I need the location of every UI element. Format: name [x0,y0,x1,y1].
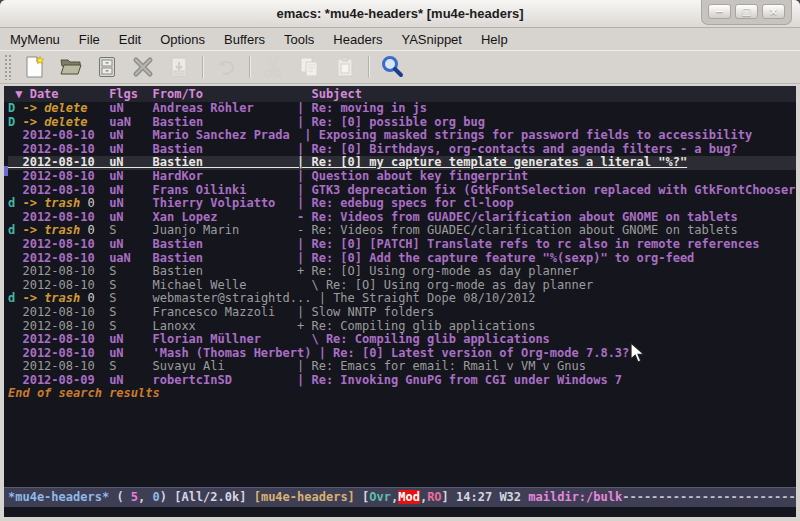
text-segment [88,102,110,115]
message-row[interactable]: d -> trash 0 uN Thierry Volpiatto | Re: … [8,197,796,211]
message-row[interactable]: 2012-08-10 S Suvayu Ali | Re: Emacs for … [8,360,796,374]
text-segment: RO [427,490,441,504]
new-file-icon [23,55,47,79]
end-of-search-results: End of search results [4,387,796,401]
menu-item-tools[interactable]: Tools [284,32,314,47]
text-segment: 2012-08-10 uN HardKor | Question about k… [8,169,528,183]
message-row[interactable]: D -> delete uaN Bastien | Re: [0] possib… [8,116,796,130]
text-segment: -> [22,291,44,305]
text-segment: trash [44,223,80,237]
text-segment: trash [44,291,80,305]
text-segment [88,115,110,129]
message-row[interactable]: d -> trash 0 S webmaster@straightd... | … [8,292,796,306]
text-segment: ----------------------------------------… [622,490,796,504]
close-button[interactable]: × [762,4,785,19]
emacs-window: emacs: *mu4e-headers* [mu4e-headers] − □… [0,0,800,521]
text-segment: 2012-08-10 S Bastien + Re: [O] Using org… [8,264,579,278]
text-segment: uN Andreas Röhler | Re: moving in js [109,102,427,115]
menu-item-yasnippet[interactable]: YASnippet [401,32,461,47]
cut-scissors-icon [261,55,285,79]
message-row[interactable]: 2012-08-10 uN Florian Müllner \ Re: Comp… [8,333,796,347]
close-buffer-button[interactable] [125,52,161,82]
open-folder-button[interactable] [53,52,89,82]
message-row[interactable]: 2012-08-10 uN Xan Lopez - Re: Videos fro… [8,211,796,225]
text-segment: uN Thierry Volpiatto | Re: edebug specs … [109,196,514,210]
text-segment: Mod [398,490,420,504]
message-row[interactable]: 2012-08-10 S Michael Welle \ Re: [O] Usi… [8,279,796,293]
text-segment: maildir:/bulk [528,490,622,504]
message-row[interactable]: 2012-08-10 uN 'Mash (Thomas Herbert) | R… [8,347,796,361]
text-segment: 2012-08-10 S Suvayu Ali | Re: Emacs for … [8,359,586,373]
text-segment: 2012-08-09 uN robertcInSD | Re: Invoking… [8,373,622,387]
text-segment: delete [44,102,87,115]
menu-item-mymenu[interactable]: MyMenu [10,32,60,47]
text-segment: d [8,291,22,305]
text-segment: -> [22,223,44,237]
text-segment: 0 [80,223,109,237]
message-row[interactable]: 2012-08-10 S Bastien + Re: [O] Using org… [8,265,796,279]
menu-item-file[interactable]: File [79,32,100,47]
message-row[interactable]: 2012-08-10 uN Bastien | Re: [0] [PATCH] … [8,238,796,252]
text-segment: 2012-08-10 S Michael Welle \ Re: [O] Usi… [8,278,593,292]
text-segment: 2012-08-10 S Francesco Mazzoli | Slow NN… [8,305,434,319]
text-segment: -> [22,115,44,129]
text-segment: 2012-08-10 uN 'Mash (Thomas Herbert) | R… [8,346,629,360]
text-segment: D [8,115,22,129]
text-segment: 2012-08-10 uN Bastien | Re: [0] my captu… [8,155,687,169]
toolbar-separator [202,56,203,78]
paste-button-disabled [327,52,363,82]
text-segment: [mu4e-headers] [254,490,355,504]
message-row[interactable]: 2012-08-10 uN HardKor | Question about k… [8,170,796,184]
message-list: D -> delete uN Andreas Röhler | Re: movi… [4,102,796,387]
save-archive-button[interactable] [89,52,125,82]
paste-clipboard-icon [333,55,357,79]
message-row[interactable]: d -> trash 0 S Juanjo Marin - Re: Videos… [8,224,796,238]
save-as-icon [167,55,191,79]
new-file-button[interactable] [17,52,53,82]
text-segment: 2012-08-10 uN Bastien | Re: [0] [PATCH] … [8,237,759,251]
save-archive-icon [95,55,119,79]
mu4e-headers-buffer[interactable]: ▼ Date Flgs From/To Subject D -> delete … [4,86,796,517]
text-segment: -> [22,102,44,115]
menu-item-buffers[interactable]: Buffers [224,32,265,47]
message-row[interactable]: 2012-08-10 S Lanoxx + Re: Compiling glib… [8,320,796,334]
text-segment: 2012-08-10 S Lanoxx + Re: Compiling glib… [8,319,535,333]
message-row[interactable]: 2012-08-10 uN Bastien | Re: [0] Birthday… [8,143,796,157]
text-segment: [ [355,490,369,504]
text-segment: d [8,223,22,237]
fringe-marker [4,166,8,176]
text-segment: Ovr [369,490,391,504]
message-row-current[interactable]: 2012-08-10 uN Bastien | Re: [0] my captu… [8,156,796,170]
message-row[interactable]: 2012-08-10 uN Frans Oilinki | GTK3 depre… [8,184,796,198]
maximize-button[interactable]: □ [735,4,758,19]
text-segment: ( [109,490,131,504]
search-button[interactable] [374,52,410,82]
message-row[interactable]: 2012-08-10 uN Mario Sanchez Prada | Expo… [8,129,796,143]
toolbar-drag-handle[interactable] [4,54,13,80]
text-segment: trash [44,196,80,210]
mode-line[interactable]: *mu4e-headers* ( 5, 0) [All/2.0k] [mu4e-… [4,487,796,507]
menu-item-headers[interactable]: Headers [333,32,382,47]
close-x-icon [131,55,155,79]
message-row[interactable]: 2012-08-10 uaN Bastien | Re: [0] Add the… [8,252,796,266]
text-segment: 2012-08-10 uN Bastien | Re: [0] Birthday… [8,142,738,156]
message-row[interactable]: 2012-08-10 S Francesco Mazzoli | Slow NN… [8,306,796,320]
empty-buffer-space [4,401,796,487]
message-row[interactable]: D -> delete uN Andreas Röhler | Re: movi… [8,102,796,116]
toolbar-separator [368,56,369,78]
copy-icon [297,55,321,79]
toolbar-separator [249,56,250,78]
undo-icon [214,55,238,79]
message-row[interactable]: 2012-08-09 uN robertcInSD | Re: Invoking… [8,374,796,388]
menu-item-options[interactable]: Options [160,32,205,47]
title-bar[interactable]: emacs: *mu4e-headers* [mu4e-headers] − □… [0,0,800,28]
text-segment: uaN Bastien | Re: [0] possible org bug [109,115,485,129]
echo-area[interactable] [4,507,796,517]
menu-item-help[interactable]: Help [481,32,508,47]
menu-item-edit[interactable]: Edit [119,32,141,47]
text-segment: d [8,196,22,210]
text-segment: 2012-08-10 uN Frans Oilinki | GTK3 depre… [8,183,796,197]
open-folder-icon [59,55,83,79]
minimize-button[interactable]: − [708,4,731,19]
text-segment: *mu4e-headers* [8,490,109,504]
